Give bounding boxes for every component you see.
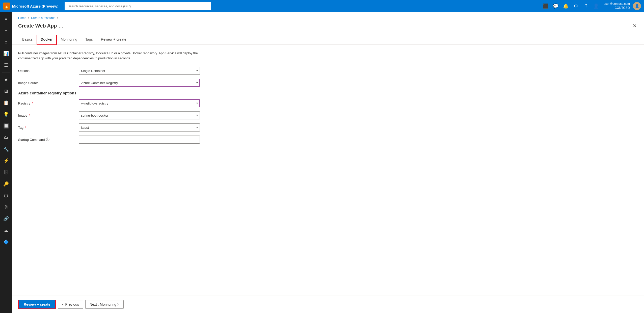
options-label: Options (18, 69, 79, 73)
user-info: user@contoso.com CONTOSO (604, 2, 630, 10)
help-icon[interactable]: ? (581, 2, 591, 11)
registry-row: Registry * wingtiptoysregistry ▾ (18, 99, 638, 107)
startup-command-label: Startup Command ⓘ (18, 137, 79, 142)
sidebar-item-all-services[interactable]: ☰ (1, 60, 12, 71)
image-label: Image * (18, 114, 79, 117)
breadcrumb: Home > Create a resource > (18, 16, 638, 20)
sidebar: ≡ ＋ ⌂ 📊 ☰ ★ ⊞ 📋 💡 🔲 🗂 🔧 ⚡ 🗄 🔑 ⬡ 🛢 🔗 ☁ 🔷 (0, 12, 12, 313)
sidebar-item-storage[interactable]: 🛢 (1, 202, 12, 213)
image-row: Image * spring-boot-docker ▾ (18, 111, 638, 119)
sidebar-item-favorites[interactable]: ★ (1, 74, 12, 85)
sidebar-item-subscriptions[interactable]: 🔲 (1, 120, 12, 132)
startup-command-row: Startup Command ⓘ (18, 136, 638, 144)
options-row: Options Single Container Docker Compose … (18, 67, 638, 75)
registry-control: wingtiptoysregistry ▾ (79, 99, 200, 107)
image-control: spring-boot-docker ▾ (79, 111, 200, 119)
options-control: Single Container Docker Compose Kubernet… (79, 67, 200, 75)
tab-tags[interactable]: Tags (81, 35, 97, 44)
user-org: CONTOSO (615, 6, 630, 10)
sidebar-item-expand[interactable]: ≡ (1, 13, 12, 24)
startup-command-info-icon[interactable]: ⓘ (46, 137, 49, 142)
review-create-button[interactable]: Review + create (18, 300, 56, 309)
user-menu-icon[interactable]: 👤 (592, 2, 601, 11)
topbar: 🔥 Microsoft Azure (Preview) ⬛ 💬 🔔 ⚙ ? 👤 … (0, 0, 644, 12)
image-source-label: Image Source (18, 81, 79, 85)
sidebar-item-key-vaults[interactable]: 🔑 (1, 178, 12, 190)
sidebar-item-portal-menu[interactable]: ⊞ (1, 86, 12, 97)
startup-command-control (79, 136, 200, 144)
sidebar-item-kubernetes[interactable]: ⬡ (1, 190, 12, 201)
page-header: Home > Create a resource > Create Web Ap… (12, 12, 644, 45)
close-button[interactable]: ✕ (632, 22, 638, 30)
page-title: Create Web App (18, 23, 57, 29)
image-source-row: Image Source Azure Container Registry Do… (18, 79, 638, 87)
main-content: Home > Create a resource > Create Web Ap… (12, 12, 644, 313)
sidebar-item-recommendations[interactable]: 💡 (1, 109, 12, 120)
feedback-icon[interactable]: 💬 (551, 2, 560, 11)
tab-review-create[interactable]: Review + create (97, 35, 130, 44)
tag-row: Tag * latest ▾ (18, 123, 638, 132)
tag-select[interactable]: latest (79, 123, 200, 132)
image-select[interactable]: spring-boot-docker (79, 111, 200, 119)
sidebar-item-sql[interactable]: 🗄 (1, 167, 12, 178)
registry-select[interactable]: wingtiptoysregistry (79, 99, 200, 107)
image-source-control: Azure Container Registry Docker Hub Priv… (79, 79, 200, 87)
breadcrumb-create-resource[interactable]: Create a resource (31, 16, 55, 20)
brand-icon: 🔥 (3, 3, 10, 10)
sidebar-item-home[interactable]: ⌂ (1, 36, 12, 47)
tag-select-wrapper: latest ▾ (79, 123, 200, 132)
cloud-shell-icon[interactable]: ⬛ (541, 2, 550, 11)
image-select-wrapper: spring-boot-docker ▾ (79, 111, 200, 119)
footer: Review + create < Previous Next : Monito… (12, 296, 644, 313)
image-source-select[interactable]: Azure Container Registry Docker Hub Priv… (79, 79, 200, 87)
breadcrumb-sep-2: > (57, 16, 59, 20)
sidebar-item-virtual-networks[interactable]: 🔗 (1, 213, 12, 224)
image-source-select-wrapper: Azure Container Registry Docker Hub Priv… (79, 79, 200, 87)
search-bar[interactable] (65, 2, 211, 10)
search-input[interactable] (65, 2, 211, 10)
tag-label: Tag * (18, 126, 79, 129)
content-area: Pull container images from Azure Contain… (12, 45, 644, 296)
description: Pull container images from Azure Contain… (18, 51, 215, 61)
acr-section-heading: Azure container registry options (18, 91, 638, 95)
tag-required: * (25, 126, 26, 129)
sidebar-divider-1 (2, 72, 10, 72)
registry-select-wrapper: wingtiptoysregistry ▾ (79, 99, 200, 107)
sidebar-item-dashboard[interactable]: 📊 (1, 48, 12, 59)
registry-label: Registry * (18, 101, 79, 105)
notifications-icon[interactable]: 🔔 (561, 2, 570, 11)
page-title-row: Create Web App ... ✕ (18, 22, 638, 33)
tab-monitoring[interactable]: Monitoring (57, 35, 81, 44)
sidebar-item-activity-log[interactable]: 📋 (1, 97, 12, 108)
previous-button[interactable]: < Previous (58, 300, 83, 309)
image-required: * (29, 114, 30, 117)
brand-name: Microsoft Azure (Preview) (12, 4, 59, 8)
settings-icon[interactable]: ⚙ (571, 2, 580, 11)
tab-docker[interactable]: Docker (37, 35, 57, 45)
startup-command-input[interactable] (79, 136, 200, 144)
brand-logo: 🔥 Microsoft Azure (Preview) (3, 3, 59, 10)
tab-basics[interactable]: Basics (18, 35, 37, 44)
next-button[interactable]: Next : Monitoring > (85, 300, 124, 309)
sidebar-item-resource-groups[interactable]: 🗂 (1, 132, 12, 143)
sidebar-item-function-apps[interactable]: ⚡ (1, 155, 12, 166)
tag-control: latest ▾ (79, 123, 200, 132)
options-select[interactable]: Single Container Docker Compose Kubernet… (79, 67, 200, 75)
sidebar-item-create[interactable]: ＋ (1, 25, 12, 36)
topbar-icons: ⬛ 💬 🔔 ⚙ ? 👤 user@contoso.com CONTOSO 👤 (541, 2, 641, 11)
tabs: Basics Docker Monitoring Tags Review + c… (18, 35, 638, 44)
registry-required: * (32, 101, 33, 105)
user-email: user@contoso.com (604, 2, 630, 6)
page-title-menu[interactable]: ... (59, 23, 63, 29)
sidebar-item-cloud-shell[interactable]: ☁ (1, 225, 12, 236)
breadcrumb-sep-1: > (28, 16, 30, 20)
sidebar-item-azure-ad[interactable]: 🔷 (1, 237, 12, 248)
breadcrumb-home[interactable]: Home (18, 16, 26, 20)
sidebar-item-app-services[interactable]: 🔧 (1, 144, 12, 155)
avatar[interactable]: 👤 (633, 2, 641, 10)
options-select-wrapper: Single Container Docker Compose Kubernet… (79, 67, 200, 75)
